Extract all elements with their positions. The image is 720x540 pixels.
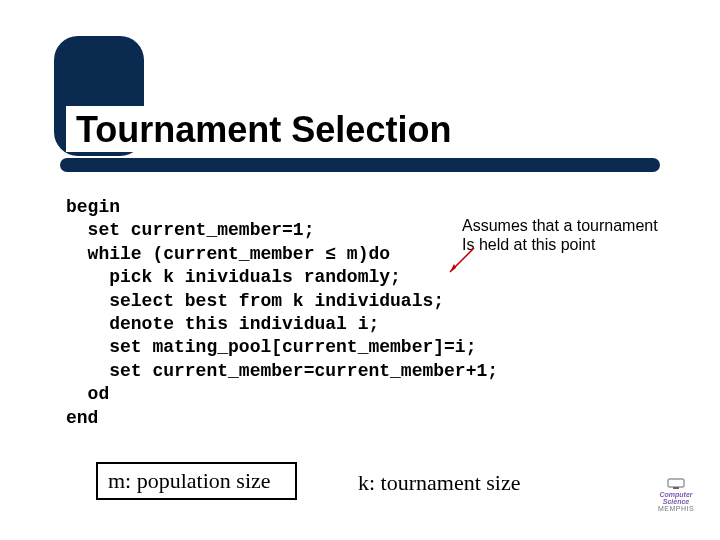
legend-m-box: m: population size — [96, 462, 297, 500]
legend-k-text: k: tournament size — [358, 470, 521, 495]
slide: Tournament Selection begin set current_m… — [0, 0, 720, 540]
legend-m-text: m: population size — [108, 468, 271, 493]
annotation-line: Assumes that a tournament — [462, 216, 658, 235]
header-rule-decoration — [60, 158, 660, 172]
pseudocode-block: begin set current_member=1; while (curre… — [66, 196, 498, 430]
annotation-text: Assumes that a tournament Is held at thi… — [462, 216, 658, 254]
page-title: Tournament Selection — [66, 106, 461, 152]
logo-line: MEMPHIS — [648, 505, 704, 512]
annotation-line: Is held at this point — [462, 235, 658, 254]
university-logo: Computer Science MEMPHIS — [648, 478, 704, 514]
logo-line: Science — [648, 498, 704, 505]
svg-rect-2 — [668, 479, 684, 487]
logo-line: Computer — [648, 491, 704, 498]
legend-k: k: tournament size — [358, 470, 521, 496]
svg-rect-3 — [673, 487, 679, 489]
monitor-icon — [666, 478, 686, 490]
